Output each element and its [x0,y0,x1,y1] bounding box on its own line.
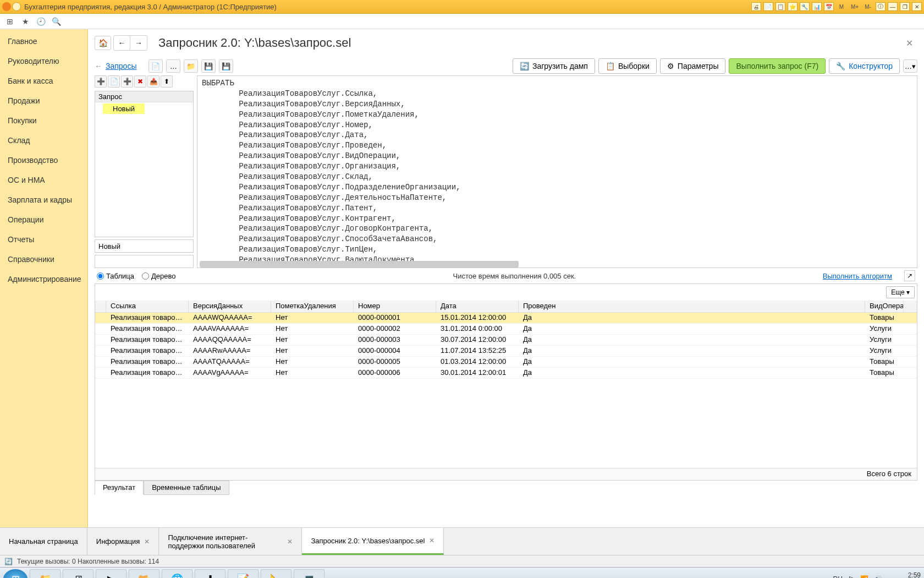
sidebar-item-purchases[interactable]: Покупки [0,111,87,130]
constructor-button[interactable]: 🔧Конструктор [829,58,900,74]
table-row[interactable]: Реализация товаров и ус...AAAATQAAAAA=Не… [95,357,917,368]
tb-save-icon[interactable]: 💾 [201,59,216,73]
table-row[interactable]: Реализация товаров и ус...AAAAVAAAAAA=Не… [95,324,917,335]
radio-tree[interactable]: Дерево [142,272,175,280]
radio-table[interactable]: Таблица [97,272,134,280]
start-button[interactable]: ⊞ [3,569,28,578]
lp-add2-icon[interactable]: ➕ [121,75,133,88]
col-header-deletion[interactable]: ПометкаУдаления [271,301,354,312]
sidebar-item-warehouse[interactable]: Склад [0,130,87,150]
tab-support[interactable]: Подключение интернет-поддержки пользоват… [159,528,302,555]
search-icon[interactable]: 🔍 [48,15,64,28]
grid-more-button[interactable]: Еще ▾ [886,286,915,298]
col-header-number[interactable]: Номер [354,301,436,312]
sidebar-item-assets[interactable]: ОС и НМА [0,170,87,190]
mem-mplus[interactable]: M+ [849,2,860,11]
tray-sound-icon[interactable]: 🔊 [874,575,882,578]
grid-body[interactable]: Реализация товаров и ус...AAAAWQAAAAA=Не… [95,313,917,468]
sidebar-item-catalogs[interactable]: Справочники [0,249,87,269]
table-row[interactable]: Реализация товаров и ус...AAAARwAAAAA=Не… [95,346,917,357]
tab-start-page[interactable]: Начальная страница [0,528,87,555]
tb-open-icon[interactable]: … [166,59,180,73]
taskbar-chrome-icon[interactable]: 🌐 [162,569,193,578]
tray-net-icon[interactable]: 📶 [860,575,868,578]
history-icon[interactable]: 🕘 [33,15,48,28]
sidebar-item-operations[interactable]: Операции [0,210,87,230]
tray-clock[interactable]: 2:59 07.08.2014 [888,571,921,578]
taskbar-app1-icon[interactable]: 🖥 [63,569,94,578]
tb-star-icon[interactable]: ⭐ [788,2,798,11]
sidebar-item-sales[interactable]: Продажи [0,91,87,111]
apps-icon[interactable]: ⊞ [2,15,18,28]
query-tree-item[interactable]: Новый [103,103,145,114]
lp-copy-icon[interactable]: 📄 [108,75,120,88]
tab-temp-tables[interactable]: Временные таблицы [144,481,229,495]
col-header-date[interactable]: Дата [436,301,519,312]
sidebar-item-main[interactable]: Главное [0,31,87,51]
taskbar-torrent-icon[interactable]: ⬇ [195,569,226,578]
run-algorithm-link[interactable]: Выполнить алгоритм [823,272,892,280]
close-icon[interactable]: ✕ [144,538,150,546]
taskbar-folder-icon[interactable]: 📂 [129,569,160,578]
sidebar-item-production[interactable]: Производство [0,150,87,170]
query-extra-input[interactable] [95,255,194,268]
tb-copy-icon[interactable]: 📋 [776,2,785,11]
query-name-input[interactable] [95,239,194,253]
mem-m[interactable]: M [836,2,847,11]
execute-query-button[interactable]: Выполнить запрос (F7) [729,58,826,74]
tray-lang[interactable]: RU [833,575,843,578]
tb-doc-icon[interactable]: 📄 [763,2,773,11]
sidebar-item-reports[interactable]: Отчеты [0,230,87,249]
table-row[interactable]: Реализация товаров и ус...AAAAWQAAAAA=Не… [95,313,917,324]
back-button[interactable]: ← [114,36,130,50]
popout-icon[interactable]: ↗ [904,270,915,281]
tb-help-icon[interactable]: ⓘ [876,2,886,11]
window-minimize[interactable]: — [888,2,898,11]
close-page-button[interactable]: ✕ [901,36,917,51]
tb-more-icon[interactable]: …▾ [903,59,917,73]
taskbar-explorer-icon[interactable]: 📁 [30,569,61,578]
query-code-editor[interactable]: ВЫБРАТЬ РеализацияТоваровУслуг.Ссылка, Р… [197,75,917,268]
table-row[interactable]: Реализация товаров и ус...AAAAVgAAAAA=Не… [95,368,917,379]
close-icon[interactable]: ✕ [287,538,293,546]
taskbar-app2-icon[interactable]: 📝 [228,569,258,578]
sidebar-item-bank[interactable]: Банк и касса [0,71,87,91]
col-header-posted[interactable]: Проведен [519,301,865,312]
load-dump-button[interactable]: 🔄Загрузить дамп [513,58,595,74]
tab-query[interactable]: Запросник 2.0: Y:\bases\запрос.sel✕ [302,528,444,555]
tab-result[interactable]: Результат [95,481,144,495]
forward-button[interactable]: → [130,36,147,50]
tb-cal-icon[interactable]: 📅 [824,2,834,11]
mem-mminus[interactable]: M- [862,2,873,11]
home-button[interactable]: 🏠 [95,36,111,50]
star-icon[interactable]: ★ [18,15,33,28]
tb-folder-icon[interactable]: 📁 [184,59,198,73]
tab-info[interactable]: Информация✕ [87,528,160,555]
window-close[interactable]: ✕ [912,2,922,11]
taskbar-app3-icon[interactable]: 📐 [261,569,292,578]
lp-add-icon[interactable]: ➕ [95,75,107,88]
tb-saveas-icon[interactable]: 💾 [219,59,233,73]
breadcrumb-link[interactable]: Запросы [106,62,136,70]
sidebar-item-salary[interactable]: Зарплата и кадры [0,190,87,210]
tb-print-icon[interactable]: 🖨 [751,2,761,11]
sidebar-item-manager[interactable]: Руководителю [0,51,87,71]
params-button[interactable]: ⚙Параметры [660,58,726,74]
tb-new-icon[interactable]: 📄 [148,59,163,73]
sidebar-item-admin[interactable]: Администрирование [0,269,87,289]
taskbar-1c-icon[interactable]: 💻 [294,569,324,578]
close-icon[interactable]: ✕ [429,537,435,544]
lp-export-icon[interactable]: 📤 [147,75,160,88]
query-tree[interactable]: Запрос Новый [95,91,194,237]
tb-tool-icon[interactable]: 🔧 [800,2,810,11]
lp-del-icon[interactable]: ✖ [134,75,146,88]
table-row[interactable]: Реализация товаров и ус...AAAAQQAAAAA=Не… [95,335,917,346]
selections-button[interactable]: 📋Выборки [598,58,657,74]
col-header-version[interactable]: ВерсияДанных [189,301,271,312]
lp-up-icon[interactable]: ⬆ [161,75,173,88]
window-maximize[interactable]: ❐ [900,2,910,11]
col-header-ref[interactable]: Ссылка [106,301,189,312]
tray-flag-icon[interactable]: 🏳 [848,575,855,578]
taskbar-ps-icon[interactable]: ▶ [96,569,127,578]
tb-calc-icon[interactable]: 📊 [812,2,822,11]
